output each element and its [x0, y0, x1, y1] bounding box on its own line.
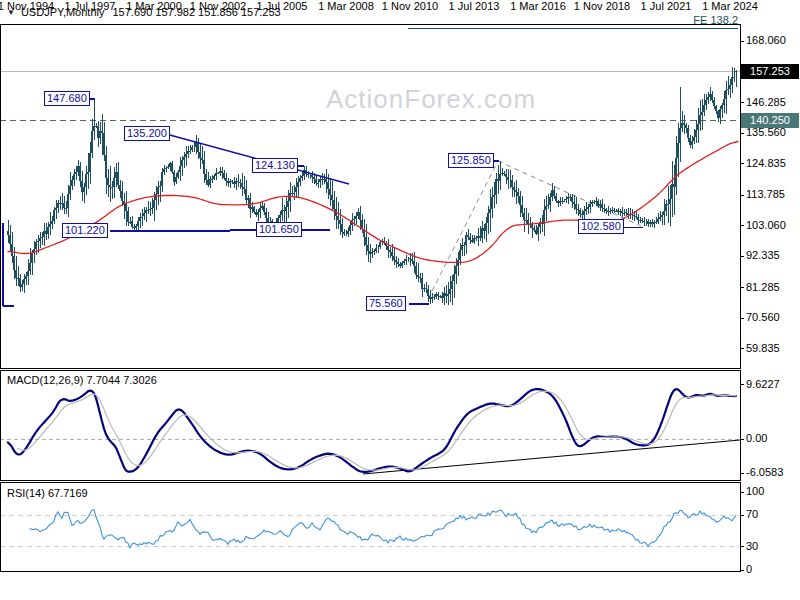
current-price-axis-label: 157.253: [741, 64, 799, 79]
ohlc-values: 157.690 157.982 151.856 157.253: [112, 6, 280, 18]
fib-expansion-label[interactable]: FE 138.2: [688, 14, 738, 26]
collapse-chart-icon[interactable]: ▼: [7, 8, 15, 17]
rsi-indicator-label: RSI(14) 67.7169: [7, 487, 88, 499]
chart-title-bar: ▼USDJPY,Monthly157.690 157.982 151.856 1…: [7, 6, 281, 18]
mt4-chart-window: ActionForex.com 168.060146.285135.560124…: [0, 0, 800, 600]
chart-canvas[interactable]: [0, 0, 800, 600]
macd-indicator-label: MACD(12,26,9) 7.7044 7.3026: [7, 374, 157, 386]
level-price-axis-label: 140.250: [741, 113, 799, 128]
symbol-timeframe-label: USDJPY,Monthly: [21, 6, 105, 18]
